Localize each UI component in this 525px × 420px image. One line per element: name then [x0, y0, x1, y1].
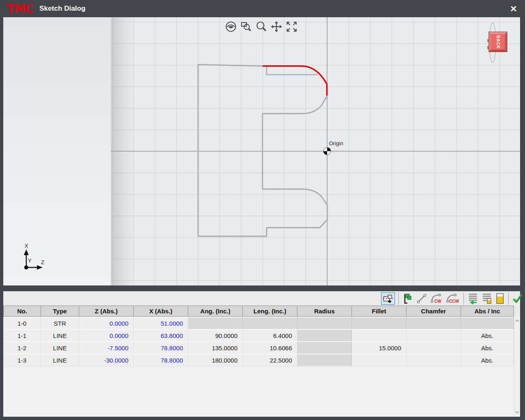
profile-outer-contour[interactable]: [198, 65, 327, 237]
cell-chamfer[interactable]: [406, 317, 461, 329]
column-header-chamfer[interactable]: Chamfer: [406, 306, 461, 317]
panel-divider: [0, 285, 525, 291]
cell-x[interactable]: 78.8000: [134, 341, 188, 354]
back-label: BACK: [495, 35, 500, 49]
origin-marker: [324, 148, 331, 155]
segment-panel: CW CCW: [3, 291, 520, 417]
cell-absinc[interactable]: [461, 317, 514, 329]
profile-selected-segment[interactable]: [262, 66, 327, 96]
cell-leng[interactable]: 22.5000: [243, 354, 297, 366]
column-header-z[interactable]: Z (Abs.): [79, 306, 134, 317]
cell-leng[interactable]: [243, 317, 297, 329]
cell-ang[interactable]: 180.0000: [188, 354, 243, 366]
arc-ccw-label: CCW: [449, 299, 459, 304]
cell-absinc[interactable]: Abs.: [461, 341, 514, 354]
table-empty-area: [3, 367, 514, 417]
cell-radius[interactable]: [297, 317, 352, 329]
cell-leng[interactable]: 6.4000: [243, 329, 297, 341]
column-header-no[interactable]: No.: [3, 306, 41, 317]
insert-row-icon[interactable]: [468, 293, 478, 304]
segment-toolbar: CW CCW: [381, 292, 525, 305]
edit-cell-icon[interactable]: [495, 293, 504, 304]
cell-z[interactable]: -7.5000: [79, 341, 134, 354]
cell-type[interactable]: LINE: [41, 341, 79, 354]
cell-x[interactable]: 51.0000: [134, 317, 188, 329]
fit-view-icon[interactable]: [285, 21, 298, 33]
cell-no[interactable]: 1-3: [3, 354, 41, 366]
arc-cw-label: CW: [434, 299, 441, 304]
cell-z[interactable]: -30.0000: [79, 354, 134, 366]
column-header-fillet[interactable]: Fillet: [352, 306, 406, 317]
sketch-dialog-window: TMC Sketch Dialog ✕ Origin: [0, 0, 525, 420]
column-header-radius[interactable]: Radius: [297, 306, 352, 317]
column-header-x[interactable]: X (Abs.): [134, 306, 188, 317]
cell-chamfer[interactable]: [406, 341, 461, 354]
cell-fillet[interactable]: [352, 354, 406, 366]
cell-radius[interactable]: [297, 354, 352, 366]
toolbar-separator: [508, 292, 509, 305]
cell-type[interactable]: LINE: [41, 354, 79, 366]
scroll-up-icon[interactable]: [515, 318, 520, 324]
cell-no[interactable]: 1-2: [3, 341, 41, 354]
cell-z[interactable]: 0.0000: [79, 317, 134, 329]
confirm-icon[interactable]: [512, 293, 523, 304]
page-title: Sketch Dialog: [39, 5, 85, 13]
view-eye-icon[interactable]: [225, 21, 237, 33]
cell-absinc[interactable]: Abs.: [461, 329, 514, 341]
pan-icon[interactable]: [270, 21, 283, 33]
toolbar-separator: [398, 292, 399, 305]
cell-fillet[interactable]: 15.0000: [352, 341, 406, 354]
cell-type[interactable]: LINE: [41, 329, 79, 341]
cell-leng[interactable]: 10.6066: [243, 341, 297, 354]
line-segment-icon[interactable]: [416, 293, 427, 304]
zoom-window-icon[interactable]: [240, 21, 252, 33]
cell-z[interactable]: 0.0000: [79, 329, 134, 341]
column-header-ang[interactable]: Ang. (Inc.): [188, 306, 243, 317]
column-header-leng[interactable]: Leng. (Inc.): [243, 306, 297, 317]
cell-no[interactable]: 1-1: [3, 329, 41, 341]
close-icon[interactable]: ✕: [508, 3, 519, 15]
cell-ang[interactable]: [188, 317, 243, 329]
mirror-view-button[interactable]: [381, 292, 395, 305]
table-header-row: No.TypeZ (Abs.)X (Abs.)Ang. (Inc.)Leng. …: [3, 306, 514, 317]
cell-ang[interactable]: 135.0000: [188, 341, 243, 354]
start-flag-icon[interactable]: [402, 293, 413, 304]
mirror-view-icon: [383, 294, 393, 304]
cell-radius[interactable]: [297, 329, 352, 341]
arc-ccw-icon[interactable]: CCW: [446, 293, 460, 304]
cell-chamfer[interactable]: [406, 354, 461, 366]
axis-y-label: Y: [28, 258, 32, 264]
cell-x[interactable]: 63.8000: [134, 329, 188, 341]
cell-chamfer[interactable]: [406, 329, 461, 341]
cell-no[interactable]: 1-0: [3, 317, 41, 329]
cell-type[interactable]: STR: [41, 317, 79, 329]
back-face[interactable]: BACK: [489, 32, 507, 52]
back-face-widget[interactable]: BACK: [479, 21, 516, 66]
view-toolbar: [225, 21, 298, 33]
origin-label: Origin: [329, 140, 343, 146]
toolbar-separator: [463, 292, 464, 305]
table-scrollbar[interactable]: [514, 316, 520, 417]
cell-fillet[interactable]: [352, 329, 406, 341]
table-row[interactable]: 1-2LINE-7.500078.8000135.000010.606615.0…: [3, 341, 514, 354]
cell-radius[interactable]: [297, 341, 352, 354]
cell-absinc[interactable]: Abs.: [461, 354, 514, 366]
column-header-absinc[interactable]: Abs / Inc: [461, 306, 514, 317]
table-row[interactable]: 1-0STR0.000051.0000: [3, 317, 514, 329]
cell-fillet[interactable]: [352, 317, 406, 329]
column-header-type[interactable]: Type: [41, 306, 79, 317]
arc-cw-icon[interactable]: CW: [430, 293, 443, 304]
scroll-down-icon[interactable]: [515, 409, 520, 415]
axis-triad: X Y Z: [19, 244, 48, 273]
title-bar: TMC Sketch Dialog ✕: [0, 0, 525, 17]
sketch-canvas[interactable]: Origin X Y Z: [3, 17, 520, 285]
tmc-logo: TMC: [7, 2, 33, 16]
append-row-icon[interactable]: [482, 293, 492, 304]
table-row[interactable]: 1-1LINE0.000063.800090.00006.4000Abs.: [3, 329, 514, 341]
table-row[interactable]: 1-3LINE-30.000078.8000180.000022.5000Abs…: [3, 354, 514, 366]
segment-table: No.TypeZ (Abs.)X (Abs.)Ang. (Inc.)Leng. …: [3, 306, 514, 366]
cell-x[interactable]: 78.8000: [134, 354, 188, 366]
zoom-icon[interactable]: [255, 21, 267, 33]
cell-ang[interactable]: 90.0000: [188, 329, 243, 341]
axis-z-label: Z: [41, 259, 44, 265]
